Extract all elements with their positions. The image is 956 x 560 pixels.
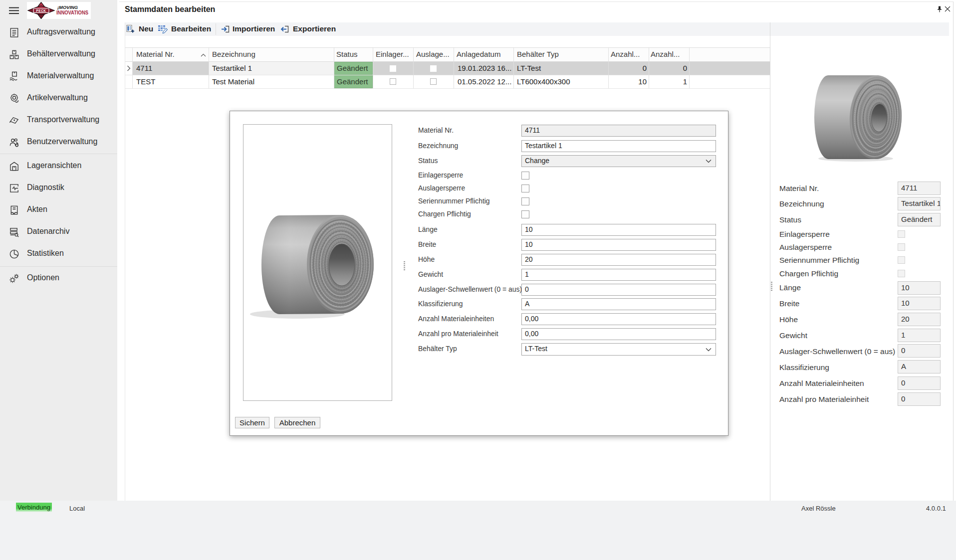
svg-text:PECK: PECK bbox=[36, 9, 46, 12]
svg-text:INNOVATIONS: INNOVATIONS bbox=[56, 10, 88, 15]
svg-text:¡MOVING: ¡MOVING bbox=[57, 5, 78, 10]
